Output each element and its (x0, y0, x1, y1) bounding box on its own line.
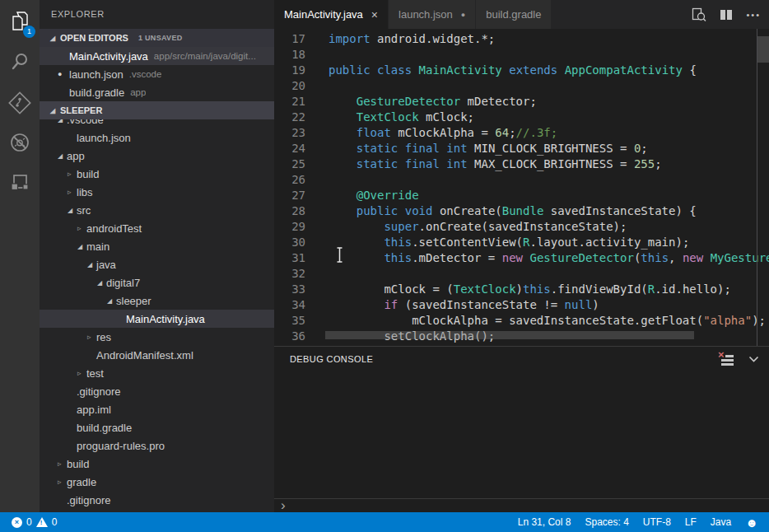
status-item[interactable]: LF (685, 516, 697, 528)
open-editor-item[interactable]: ●launch.json.vscode (40, 65, 274, 83)
open-editor-item[interactable]: build.gradleapp (40, 83, 274, 101)
tab-MainActivity.java[interactable]: MainActivity.java× (274, 0, 389, 29)
tree-folder-main[interactable]: ◢main (40, 237, 274, 255)
editor-actions: ••• (692, 0, 769, 29)
scrollbar-divider (757, 29, 757, 346)
tree-folder-androidTest[interactable]: ▹androidTest (40, 219, 274, 237)
tree-folder-res[interactable]: ▹res (40, 328, 274, 346)
line-number: 19 (274, 63, 325, 78)
close-icon[interactable]: × (371, 8, 378, 21)
open-preview-icon[interactable] (692, 7, 706, 22)
twisty-collapsed-icon: ▹ (87, 333, 96, 341)
tree-folder-build[interactable]: ▹build (40, 165, 274, 183)
debug-console-input[interactable]: › (274, 498, 769, 512)
tab-launch.json[interactable]: launch.json● (389, 0, 476, 29)
line-number: 31 (274, 250, 325, 266)
code-line-35: 35 mClockAlpha = savedInstanceState.getF… (274, 313, 769, 329)
tree-item-label: sleeper (116, 295, 151, 307)
panel-header: DEBUG CONSOLE × (274, 347, 769, 371)
tree-folder-digital7[interactable]: ◢digital7 (40, 273, 274, 292)
tree-folder-.vscode[interactable]: ◢.vscode (40, 119, 274, 128)
code-line-18: 18 (274, 47, 769, 63)
code-text: this.mDetector = new GestureDetector(thi… (325, 250, 769, 266)
tree-folder-java[interactable]: ◢java (40, 255, 274, 273)
source-control-icon[interactable] (0, 83, 40, 123)
line-number: 26 (274, 172, 325, 188)
tree-folder-libs[interactable]: ▹libs (40, 183, 274, 201)
status-item[interactable]: Java (711, 516, 731, 528)
tree-item-label: androidTest (86, 222, 142, 235)
code-line-21: 21 GestureDetector mDetector; (274, 94, 769, 110)
tree-item-label: app (67, 150, 85, 162)
code-text: @Override (325, 188, 419, 203)
tree-file-app.iml[interactable]: app.iml (40, 400, 274, 418)
horizontal-scrollbar[interactable] (325, 331, 694, 339)
open-editors-list: MainActivity.javaapp/src/main/java/digit… (40, 47, 274, 101)
twisty-expanded-icon: ◢ (50, 35, 60, 42)
twisty-collapsed-icon: ▹ (77, 369, 86, 377)
tree-folder-src[interactable]: ◢src (40, 201, 274, 219)
error-circle-icon: × (12, 517, 22, 528)
line-number: 33 (274, 282, 325, 297)
status-right: Ln 31, Col 8Spaces: 4UTF-8LFJava☻ (518, 516, 769, 529)
problems-status[interactable]: × 0 ! 0 (0, 516, 518, 528)
twisty-expanded-icon: ◢ (77, 243, 86, 250)
status-item[interactable]: Ln 31, Col 8 (518, 516, 571, 528)
twisty-collapsed-icon: ▹ (68, 188, 77, 196)
search-icon[interactable] (0, 42, 40, 82)
vertical-scrollbar[interactable] (757, 36, 769, 63)
twisty-collapsed-icon: ▹ (68, 170, 77, 178)
tree-folder-sleeper[interactable]: ◢sleeper (40, 292, 274, 310)
line-number: 20 (274, 78, 325, 94)
tree-file-MainActivity.java[interactable]: MainActivity.java (40, 310, 274, 328)
debug-console-panel: DEBUG CONSOLE × › (274, 346, 769, 512)
tree-item-label: src (77, 204, 91, 217)
code-line-24: 24 static final int MIN_CLOCK_BRIGHTNESS… (274, 141, 769, 156)
tree-file-build.gradle[interactable]: build.gradle (40, 418, 274, 436)
open-editor-item[interactable]: MainActivity.javaapp/src/main/java/digit… (40, 47, 274, 65)
clear-console-icon[interactable]: × (720, 352, 734, 366)
feedback-smiley-icon[interactable]: ☻ (745, 516, 758, 529)
folder-section-header[interactable]: ◢ SLEEPER (40, 101, 274, 119)
code-line-23: 23 float mClockAlpha = 64;//.3f; (274, 125, 769, 141)
code-line-30: 30 this.setContentView(R.layout.activity… (274, 235, 769, 250)
split-editor-icon[interactable] (720, 9, 733, 21)
tree-file-.gitignore[interactable]: .gitignore (40, 382, 274, 400)
tree-file-launch.json[interactable]: launch.json (40, 128, 274, 147)
open-editors-header[interactable]: ◢ OPEN EDITORS 1 UNSAVED (40, 29, 274, 47)
tree-folder-app[interactable]: ◢app (40, 147, 274, 165)
twisty-collapsed-icon: ▹ (58, 460, 67, 468)
vscode-window: 1 (0, 0, 769, 532)
line-number: 30 (274, 235, 325, 250)
code-text (325, 172, 329, 188)
extensions-icon[interactable] (0, 163, 40, 203)
status-item[interactable]: Spaces: 4 (585, 516, 628, 528)
dirty-dot-icon[interactable]: ● (461, 11, 465, 19)
tree-file-proguard-rules.pro[interactable]: proguard-rules.pro (40, 436, 274, 455)
activity-bar: 1 (0, 0, 40, 512)
tree-folder-gradle[interactable]: ▹gradle (40, 473, 274, 491)
code-text: TextClock mClock; (325, 110, 474, 125)
more-actions-icon[interactable]: ••• (746, 10, 761, 20)
tree-item-label: gradle (67, 476, 96, 488)
line-number: 18 (274, 47, 325, 63)
status-item[interactable]: UTF-8 (643, 516, 671, 528)
chevron-down-icon[interactable] (748, 356, 759, 363)
twisty-expanded-icon: ◢ (50, 107, 60, 114)
debug-icon[interactable] (0, 123, 40, 162)
tree-file-AndroidManifest.xml[interactable]: AndroidManifest.xml (40, 346, 274, 364)
tree-file-.gitignore[interactable]: .gitignore (40, 491, 274, 509)
twisty-expanded-icon: ◢ (68, 207, 77, 214)
open-editor-filename: MainActivity.java (69, 50, 148, 63)
explorer-icon[interactable]: 1 (0, 2, 40, 41)
code-text: if (savedInstanceState != null) (325, 297, 599, 313)
tree-folder-build[interactable]: ▹build (40, 455, 274, 473)
tab-label: launch.json (398, 8, 453, 21)
tree-item-label: launch.json (77, 132, 131, 144)
tree-item-label: test (86, 367, 104, 380)
code-editor[interactable]: 17import android.widget.*;1819public cla… (274, 29, 769, 346)
tab-build.gradle[interactable]: build.gradle (476, 0, 552, 29)
tree-folder-test[interactable]: ▹test (40, 364, 274, 382)
line-number: 35 (274, 313, 325, 329)
tree-item-label: res (96, 331, 111, 343)
